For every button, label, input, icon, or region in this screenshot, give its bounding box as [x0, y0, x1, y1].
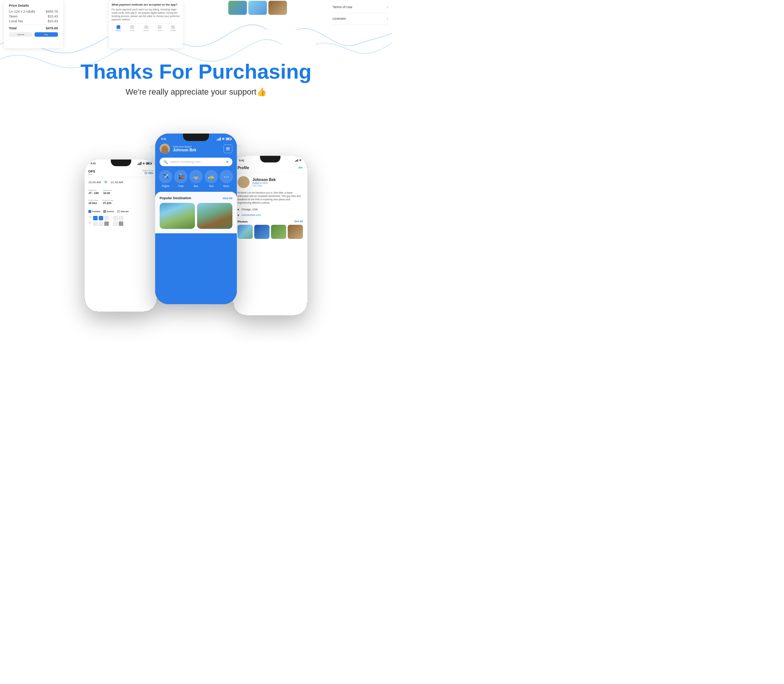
seat-b5[interactable]: [119, 221, 123, 226]
nav-profile[interactable]: Profile: [170, 25, 176, 32]
bus-icon: 🚌: [189, 170, 203, 183]
selected-box: [117, 210, 120, 213]
hero-title: Thanks For Purchasing: [0, 59, 392, 84]
hamburger-icon: [226, 147, 230, 151]
cp-search-bar[interactable]: 🔍 Search something here... ⊞: [160, 158, 233, 166]
hero-subtitle: We're really appreciate your support👍: [0, 87, 392, 97]
seat-row-b: B1: [88, 221, 153, 226]
cancel-button[interactable]: Cancel: [9, 32, 32, 37]
selected-legend: Selected: [117, 210, 128, 213]
rp-photo-1[interactable]: [238, 225, 253, 239]
rp-photos-header: Photos See All: [233, 218, 307, 225]
licenses-item[interactable]: Licenses ›: [333, 13, 388, 24]
rp-profile-header: Profile ✏: [233, 163, 307, 173]
cp-menu-button[interactable]: [223, 144, 233, 153]
left-status-icons: ⊛: [137, 162, 151, 165]
search-icon: 🔍: [163, 160, 168, 164]
cat-train[interactable]: 🚂 Train: [174, 170, 188, 187]
right-phone-screen: 9:41 ⊛ Profile ✏: [233, 156, 307, 315]
seat-a3[interactable]: [104, 216, 109, 220]
seat-b1[interactable]: [93, 221, 98, 226]
available-legend: Available: [88, 210, 100, 213]
filter-icon: ⊞: [226, 160, 229, 164]
signal-bars-center: [217, 137, 221, 140]
destination-beach[interactable]: [160, 203, 195, 229]
hero-section: Thanks For Purchasing We're really appre…: [0, 59, 392, 97]
booked-box: [103, 210, 106, 213]
destination-mountain[interactable]: [197, 203, 233, 229]
seat-grid: A1 B1: [85, 215, 157, 227]
left-phone-notch: [111, 160, 131, 166]
cp-popular-header: Popular Destination View All: [160, 196, 233, 200]
seat-legend: Available Booked Selected: [85, 208, 157, 215]
signal-bars: [137, 162, 141, 165]
chevron-right-icon: ›: [387, 5, 388, 10]
signal-bars-right: [295, 159, 298, 162]
origin-info: DPS Bali: [88, 169, 95, 176]
rp-location: Chicago, USA: [233, 206, 307, 212]
seat-b4[interactable]: [113, 221, 118, 226]
pay-button[interactable]: Pay: [34, 32, 58, 37]
seat-b3[interactable]: [104, 221, 109, 226]
flight-date-col: Flight Date 19 Dec: [88, 199, 99, 205]
booked-legend: Booked: [103, 210, 114, 213]
cat-flights[interactable]: ✈️ Flights: [159, 170, 172, 187]
location-dot: [238, 209, 239, 210]
right-time: 9:41: [239, 159, 244, 162]
left-phone-screen: 9:41 ⊛: [85, 160, 157, 311]
phones-container: 9:41 ⊛: [66, 123, 326, 342]
rp-photo-2[interactable]: [254, 225, 270, 239]
flight-time-info: Flight Time 1h 45m: [142, 169, 153, 174]
nav-search[interactable]: Search: [143, 25, 149, 32]
chevron-right-icon-2: ›: [387, 16, 388, 21]
rp-photo-3[interactable]: [271, 225, 286, 239]
price-total-row: Total $476.65: [9, 26, 58, 30]
seat-a4[interactable]: [113, 216, 118, 220]
center-status-icons: ⊛: [217, 137, 231, 140]
right-status-icons: ⊛: [295, 159, 301, 162]
price-row-3: Local Tax $10.43: [9, 19, 58, 23]
price-details-card: Price Details LA-124 x 2 Adults $450.79 …: [4, 0, 63, 48]
left-phone-content: 9:41 ⊛: [85, 160, 157, 311]
seat-a5[interactable]: [119, 216, 123, 220]
rp-avatar: [238, 176, 249, 188]
wifi-icon-center: ⊛: [222, 137, 225, 140]
top-photo-3: [268, 1, 287, 15]
nav-home[interactable]: Home: [116, 25, 121, 32]
rp-bio: Hi there! Let me introduce you to John B…: [233, 191, 307, 206]
website-dot: [238, 215, 239, 216]
right-phone-notch: [260, 156, 281, 163]
seat-a1[interactable]: [93, 216, 98, 220]
faq-nav-bar: Home Saved Search Alert Profile: [112, 23, 180, 33]
cp-avatar: [160, 144, 170, 154]
train-icon: 🚂: [174, 170, 188, 183]
cp-user-info: Welcome Back!! Johnson Bek: [173, 145, 223, 152]
route-info: DPS Bali Flight Time 1h 45m: [88, 167, 153, 177]
terms-snippet: Terms of Use › Licenses ›: [333, 0, 388, 48]
cat-bus[interactable]: 🚌 Bus: [189, 170, 203, 187]
rp-photo-4[interactable]: [288, 225, 303, 239]
top-snippets: Price Details LA-124 x 2 Adults $450.79 …: [0, 0, 392, 48]
rp-photos-grid: [233, 225, 307, 239]
battery-icon-center: [226, 138, 231, 140]
left-time: 9:41: [91, 162, 96, 165]
departure-col: Departure 10.00: [103, 189, 112, 195]
faq-snippet: What payment methods are accepted on the…: [109, 0, 183, 48]
seat-row-a: A1: [88, 216, 153, 220]
rp-website[interactable]: Johnsonbek.com: [233, 212, 307, 218]
seat-b2[interactable]: [99, 221, 103, 226]
plane-code-col: Plane Code JT-234: [103, 199, 113, 205]
cat-more[interactable]: ··· More: [220, 170, 233, 187]
more-icon: ···: [220, 170, 233, 183]
faq-answer: For quick payment you'll catch our top b…: [112, 8, 180, 21]
cp-destinations: [160, 203, 233, 229]
cat-taxi[interactable]: 🚕 Taxi: [205, 170, 218, 187]
wifi-icon: ⊛: [142, 162, 145, 165]
nav-bookmark[interactable]: Saved: [129, 25, 135, 32]
flight-details: Flight No JT - 190 Departure 10.00: [88, 187, 153, 197]
nav-notify[interactable]: Alert: [158, 25, 162, 32]
cp-avatar-figure: [162, 146, 168, 154]
seat-a2[interactable]: [99, 216, 103, 220]
terms-of-use[interactable]: Terms of Use ›: [333, 2, 388, 13]
edit-icon[interactable]: ✏: [299, 165, 303, 171]
